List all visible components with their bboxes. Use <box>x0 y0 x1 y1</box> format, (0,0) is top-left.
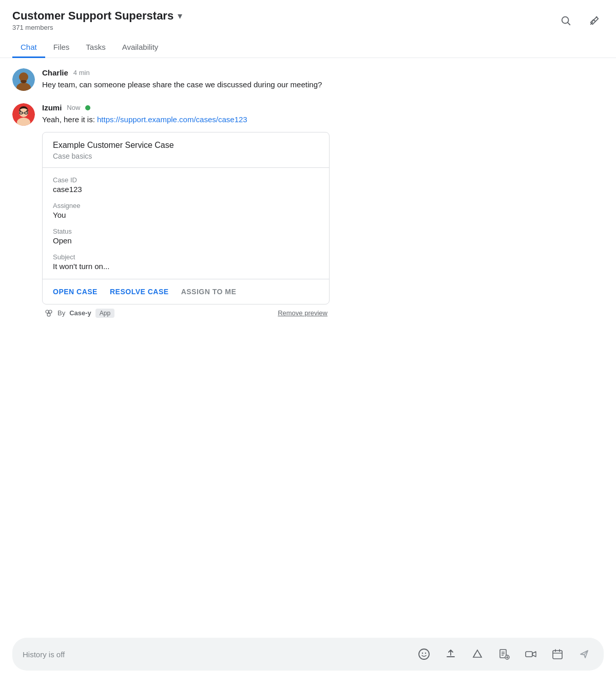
app-name: Case-y <box>69 309 91 317</box>
case-field-status: Status Open <box>53 227 319 245</box>
by-text: By <box>57 309 65 317</box>
header: Customer Support Superstars ▾ 371 member… <box>0 0 616 31</box>
history-status: History is off <box>23 650 65 659</box>
case-card-actions: OPEN CASE RESOLVE CASE ASSIGN TO ME <box>43 279 329 304</box>
case-card-title: Example Customer Service Case <box>53 141 319 150</box>
header-icons <box>556 9 604 30</box>
open-case-button[interactable]: OPEN CASE <box>53 288 98 296</box>
pin-button[interactable] <box>585 11 604 30</box>
calendar-button[interactable] <box>548 645 567 663</box>
tab-tasks[interactable]: Tasks <box>78 37 113 58</box>
svg-point-18 <box>49 310 52 313</box>
send-button[interactable] <box>575 645 593 663</box>
assignee-value: You <box>53 211 319 219</box>
case-card-subtitle: Case basics <box>53 152 319 160</box>
avatar-izumi <box>12 103 35 126</box>
header-title: Customer Support Superstars ▾ <box>12 9 182 23</box>
send-icon <box>578 648 590 660</box>
attribution-left: By Case-y App <box>44 309 114 318</box>
search-icon <box>560 15 571 26</box>
case-card-header: Example Customer Service Case Case basic… <box>43 132 329 168</box>
pin-icon <box>589 15 600 26</box>
svg-point-21 <box>422 653 423 654</box>
message-content-izumi: Izumi Now Yeah, here it is: https://supp… <box>42 103 604 318</box>
message-time-izumi: Now <box>67 104 80 111</box>
resolve-case-button[interactable]: RESOLVE CASE <box>110 288 169 296</box>
app-badge: App <box>95 309 114 318</box>
bottom-icons <box>415 645 593 663</box>
assignee-label: Assignee <box>53 202 319 209</box>
message-header-charlie: Charlie 4 min <box>42 68 604 77</box>
svg-rect-32 <box>553 651 562 659</box>
remove-preview-button[interactable]: Remove preview <box>278 309 328 317</box>
members-count: 371 members <box>12 24 182 31</box>
message-content-charlie: Charlie 4 min Hey team, can someone plea… <box>42 68 604 91</box>
sender-name-charlie: Charlie <box>42 68 68 77</box>
svg-rect-31 <box>526 652 532 657</box>
online-indicator <box>85 105 90 110</box>
avatar-charlie <box>12 68 35 91</box>
svg-rect-13 <box>26 110 28 111</box>
case-id-label: Case ID <box>53 176 319 184</box>
case-field-subject: Subject It won't turn on... <box>53 253 319 271</box>
message-prefix: Yeah, here it is: <box>42 115 97 124</box>
drive-button[interactable] <box>468 645 487 663</box>
case-field-id: Case ID case123 <box>53 176 319 194</box>
upload-icon <box>445 648 457 660</box>
bottom-bar: History is off <box>12 638 604 671</box>
case-card-body: Case ID case123 Assignee You Status Open… <box>43 168 329 279</box>
tab-availability[interactable]: Availability <box>114 37 167 58</box>
drive-icon <box>471 648 484 660</box>
tab-chat[interactable]: Chat <box>12 37 45 58</box>
svg-rect-12 <box>19 110 21 111</box>
case-field-assignee: Assignee You <box>53 202 319 219</box>
chat-area: Charlie 4 min Hey team, can someone plea… <box>0 58 616 340</box>
assign-to-me-button[interactable]: ASSIGN TO ME <box>181 288 237 296</box>
status-value: Open <box>53 236 319 245</box>
tab-files[interactable]: Files <box>45 37 78 58</box>
svg-point-20 <box>419 649 429 659</box>
channel-name: Customer Support Superstars <box>12 9 174 23</box>
svg-point-19 <box>47 313 50 316</box>
svg-rect-23 <box>447 656 455 657</box>
message-charlie: Charlie 4 min Hey team, can someone plea… <box>12 68 604 91</box>
video-icon <box>525 648 537 660</box>
calendar-icon <box>551 648 564 660</box>
message-text-izumi: Yeah, here it is: https://support.exampl… <box>42 114 604 126</box>
create-doc-button[interactable] <box>495 645 513 663</box>
case-id-value: case123 <box>53 185 319 194</box>
message-time-charlie: 4 min <box>73 69 90 77</box>
header-left: Customer Support Superstars ▾ 371 member… <box>12 9 182 31</box>
tabs: Chat Files Tasks Availability <box>0 37 616 58</box>
message-text-charlie: Hey team, can someone please share the c… <box>42 79 604 91</box>
svg-point-17 <box>46 310 49 313</box>
case-card: Example Customer Service Case Case basic… <box>42 132 330 304</box>
attribution: By Case-y App Remove preview <box>42 309 330 318</box>
svg-point-22 <box>425 653 426 654</box>
message-header-izumi: Izumi Now <box>42 103 604 112</box>
casey-logo-icon <box>44 309 53 318</box>
search-button[interactable] <box>556 11 575 30</box>
status-label: Status <box>53 227 319 235</box>
emoji-icon <box>418 648 430 660</box>
sender-name-izumi: Izumi <box>42 103 62 112</box>
video-button[interactable] <box>522 645 540 663</box>
dropdown-icon[interactable]: ▾ <box>178 10 182 22</box>
message-izumi: Izumi Now Yeah, here it is: https://supp… <box>12 103 604 318</box>
svg-line-1 <box>568 23 570 25</box>
case-link[interactable]: https://support.example.com/cases/case12… <box>97 115 247 124</box>
create-doc-icon <box>498 648 510 660</box>
subject-label: Subject <box>53 253 319 261</box>
subject-value: It won't turn on... <box>53 262 319 271</box>
svg-rect-8 <box>21 80 26 83</box>
emoji-button[interactable] <box>415 645 433 663</box>
upload-button[interactable] <box>441 645 460 663</box>
